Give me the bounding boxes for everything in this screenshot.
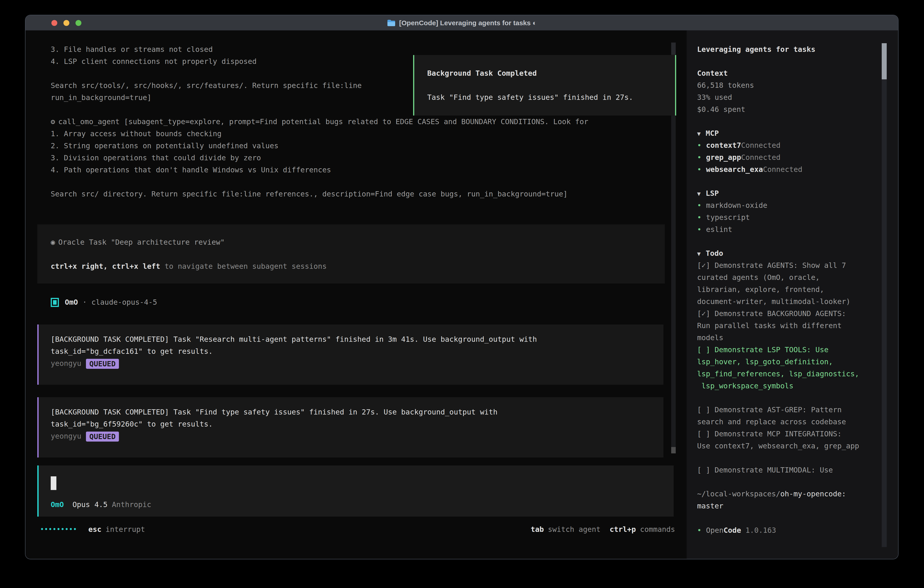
workspace-branch: master — [697, 500, 846, 512]
agent-session-header[interactable]: OmO · claude-opus-4-5 — [51, 296, 157, 308]
tab-key-label: switch agent — [548, 525, 601, 533]
todo-line: lsp_workspace_symbols — [697, 380, 859, 392]
lsp-heading: LSP — [706, 189, 719, 198]
tool-call-text: call_omo_agent [subagent_type=explore, p… — [58, 117, 588, 126]
status-bullet-icon: • — [697, 165, 701, 174]
mcp-section: ▼MCP •context7Connected •grep_appConnect… — [697, 127, 802, 175]
workspace-repo: oh-my-opencode: — [780, 489, 846, 498]
todo-list: [ ] Demonstrate MULTIMODAL: Use — [697, 464, 833, 476]
opencode-window: [OpenCode] Leveraging agents for tasks ◐… — [25, 15, 899, 559]
prompt-input[interactable]: OmOOpus 4.5Anthropic — [37, 466, 674, 517]
log-line: run_in_background=true] — [51, 92, 362, 104]
window-title: [OpenCode] Leveraging agents for tasks ◐ — [399, 19, 537, 27]
lsp-item-name: typescript — [706, 213, 750, 222]
collapse-triangle-icon: ▼ — [697, 130, 701, 137]
oracle-hint-keys: ctrl+x right, ctrl+x left — [51, 262, 160, 271]
message-line: [BACKGROUND TASK COMPLETED] Task "Find t… — [51, 406, 663, 418]
title-wrap: [OpenCode] Leveraging agents for tasks ◐ — [25, 15, 898, 30]
todo-section-header: ▼Todo — [697, 248, 723, 259]
message-line: task_id="bg_dcfac161" to get results. — [51, 345, 663, 357]
input-provider-name: Anthropic — [112, 500, 151, 509]
todo-line: [ ] Demonstrate AST-GREP: Pattern — [697, 404, 859, 416]
message-meta: yeongyuQUEUED — [51, 357, 663, 370]
tool-call-item: 2. String operations on potentially unde… — [51, 140, 588, 152]
todo-line: lsp_find_references, lsp_diagnostics, — [697, 368, 859, 380]
log-line: 3. File handles or streams not closed — [51, 43, 362, 56]
lsp-item: •eslint — [697, 223, 767, 236]
ctrlp-key-hint[interactable]: ctrl+p — [610, 525, 636, 533]
notification-toast: Background Task Completed Task "Find typ… — [413, 55, 676, 116]
oracle-blank — [51, 248, 665, 260]
log-line: 4. LSP client connections not properly d… — [51, 56, 362, 68]
todo-line: lsp_hover, lsp_goto_definition, — [697, 356, 859, 368]
todo-line: [ ] Demonstrate LSP TOOLS: Use — [697, 344, 859, 356]
status-bullet-icon: • — [697, 201, 701, 210]
input-model-name: Opus 4.5 — [73, 500, 107, 509]
todo-list: [✓] Demonstrate AGENTS: Show all 7 curat… — [697, 259, 859, 392]
todo-line: Run parallel tasks with different — [697, 320, 859, 332]
mcp-item-name: grep_app — [706, 153, 741, 162]
terminal-main: 3. File handles or streams not closed 4.… — [25, 30, 686, 559]
notification-title: Background Task Completed — [427, 67, 675, 79]
author-name: yeongyu — [51, 432, 81, 441]
status-bullet-icon: • — [697, 213, 701, 222]
tool-call-header: ⚙call_omo_agent [subagent_type=explore, … — [51, 116, 588, 128]
oracle-hint: ctrl+x right, ctrl+x left to navigate be… — [51, 260, 665, 273]
context-tokens: 66,518 tokens — [697, 79, 754, 91]
esc-key-label: interrupt — [106, 525, 145, 533]
log-line: Search src/tools/, src/hooks/, src/featu… — [51, 79, 362, 92]
todo-line: models — [697, 332, 859, 344]
status-bullet-icon: • — [697, 153, 701, 162]
message-meta: yeongyuQUEUED — [51, 430, 663, 442]
mcp-item: •websearch_exaConnected — [697, 164, 802, 175]
status-bullet-icon: • — [697, 225, 701, 234]
sidebar-scrollbar-thumb[interactable] — [882, 43, 887, 79]
lsp-item: •typescript — [697, 211, 767, 223]
mcp-item-status: Connected — [763, 165, 802, 174]
author-name: yeongyu — [51, 359, 81, 368]
status-bullet-icon: • — [697, 141, 701, 150]
main-scrollbar-thumb[interactable] — [671, 447, 676, 453]
agent-model: claude-opus-4-5 — [91, 296, 157, 308]
context-spent: $0.46 spent — [697, 104, 754, 116]
todo-list: [ ] Demonstrate AST-GREP: Pattern search… — [697, 404, 859, 452]
main-scrollbar-track-top — [671, 43, 676, 55]
todo-line: [✓] Demonstrate BACKGROUND AGENTS: — [697, 308, 859, 320]
background-task-message: [BACKGROUND TASK COMPLETED] Task "Find t… — [37, 397, 663, 458]
workspace-line: ~/local-workspaces/oh-my-opencode: — [697, 488, 846, 500]
titlebar[interactable]: [OpenCode] Leveraging agents for tasks ◐ — [25, 15, 898, 30]
input-agent-name: OmO — [51, 500, 64, 509]
context-section: Context 66,518 tokens 33% used $0.46 spe… — [697, 67, 754, 116]
session-title: Leveraging agents for tasks — [697, 43, 815, 56]
content: 3. File handles or streams not closed 4.… — [25, 30, 898, 559]
todo-line: [ ] Demonstrate MULTIMODAL: Use — [697, 464, 833, 476]
tool-call-item: 3. Division operations that could divide… — [51, 152, 588, 164]
folder-icon — [387, 19, 396, 26]
todo-item-pending: [ ] Demonstrate AST-GREP: Pattern search… — [697, 404, 859, 428]
mcp-item-name: websearch_exa — [706, 165, 763, 174]
input-meta: OmOOpus 4.5Anthropic — [51, 499, 151, 511]
esc-key-hint[interactable]: esc — [88, 525, 102, 533]
message-line: task_id="bg_6f59260c" to get results. — [51, 418, 663, 430]
mcp-item: •context7Connected — [697, 139, 802, 152]
gear-icon: ⚙ — [51, 117, 55, 126]
queued-badge: QUEUED — [86, 359, 119, 369]
lsp-item: •markdown-oxide — [697, 200, 767, 211]
todo-item-active: [ ] Demonstrate LSP TOOLS: Use lsp_hover… — [697, 344, 859, 392]
todo-line: [✓] Demonstrate AGENTS: Show all 7 — [697, 259, 859, 271]
todo-line: document-writer, multimodal-looker) — [697, 296, 859, 308]
todo-line: Use context7, websearch_exa, grep_app — [697, 440, 859, 452]
sidebar-scrollbar[interactable] — [882, 43, 887, 547]
lsp-section: ▼LSP •markdown-oxide •typescript •eslint — [697, 187, 767, 236]
todo-item-done: [✓] Demonstrate BACKGROUND AGENTS: Run p… — [697, 308, 859, 344]
agent-output-log: 3. File handles or streams not closed 4.… — [51, 43, 362, 104]
todo-item-done: [✓] Demonstrate AGENTS: Show all 7 curat… — [697, 259, 859, 308]
todo-line: librarian, explore, frontend, — [697, 284, 859, 296]
record-icon: ◉ — [51, 238, 55, 246]
notification-blank — [427, 79, 675, 91]
todo-item-pending: [ ] Demonstrate MULTIMODAL: Use — [697, 464, 833, 476]
mcp-heading: MCP — [706, 129, 719, 137]
todo-line: curated agents (OmO, oracle, — [697, 271, 859, 284]
tab-key-hint[interactable]: tab — [531, 525, 544, 533]
log-line-blank — [51, 68, 362, 79]
